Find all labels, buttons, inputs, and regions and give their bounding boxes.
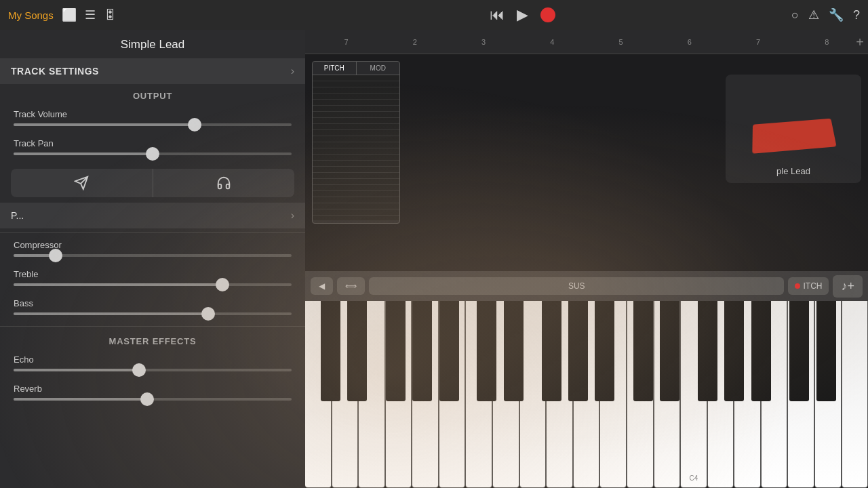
pitch-text: ITCH [803, 281, 822, 291]
track-settings-header[interactable]: TRACK SETTINGS › [0, 58, 305, 84]
send-button[interactable] [11, 169, 153, 197]
action-buttons-row [11, 169, 294, 197]
reverb-slider[interactable] [14, 398, 292, 401]
compressor-row: Compressor [0, 236, 305, 265]
wrench-icon[interactable]: 🔧 [829, 7, 844, 22]
play-button[interactable]: ▶ [517, 6, 528, 24]
piano-keyboard[interactable]: C4 [305, 271, 868, 488]
circle-icon[interactable]: ○ [791, 8, 799, 22]
ruler-mark-7b: 7 [724, 38, 793, 46]
my-songs-button[interactable]: My Songs [8, 9, 54, 21]
top-bar-left: My Songs ⬜ ☰ 🎛 [8, 7, 320, 22]
piano-controls-bar: ◀ ⟺ SUS ITCH ♪+ [305, 271, 868, 301]
timeline-ruler: 7 2 3 4 5 6 7 8 + [305, 30, 868, 54]
track-settings-chevron: › [291, 65, 294, 77]
treble-slider[interactable] [14, 283, 292, 286]
warning-icon[interactable]: ⚠ [808, 7, 819, 22]
track-pan-row: Track Pan [0, 134, 305, 163]
ruler-mark-7: 7 [312, 38, 380, 46]
echo-label: Echo [14, 354, 292, 365]
ruler-mark-4: 4 [518, 38, 587, 46]
sustain-button[interactable]: SUS [369, 277, 784, 295]
ruler-mark-8: 8 [793, 38, 861, 46]
editor-area: PITCH MOD ple Lead [305, 54, 868, 258]
track-volume-slider[interactable] [14, 123, 292, 126]
instrument-name: ple Lead [776, 166, 810, 176]
master-effects-label: MASTER EFFECTS [0, 329, 305, 350]
compressor-slider[interactable] [14, 254, 292, 257]
rewind-button[interactable]: ⏮ [490, 6, 505, 24]
ruler-mark-6: 6 [655, 38, 724, 46]
headphones-button[interactable] [153, 169, 295, 197]
instrument-image [753, 120, 834, 161]
pitch-mod-panel: PITCH MOD [312, 61, 400, 224]
bass-slider[interactable] [14, 312, 292, 315]
reverb-row: Reverb [0, 380, 305, 409]
box-icon[interactable]: ⬜ [62, 7, 77, 22]
echo-slider[interactable] [14, 369, 292, 371]
right-panel: 7 2 3 4 5 6 7 8 + PITCH MOD [305, 30, 868, 488]
plugins-row[interactable]: P... › [0, 203, 305, 228]
instrument-card[interactable]: ple Lead [726, 75, 861, 183]
plugins-chevron: › [291, 209, 294, 222]
c4-label: C4 [689, 474, 698, 482]
track-volume-row: Track Volume [0, 105, 305, 134]
left-panel: Simple Lead TRACK SETTINGS › OUTPUT Trac… [0, 30, 305, 488]
pitch-mod-body [313, 75, 399, 220]
pitch-mod-header: PITCH MOD [313, 62, 399, 75]
white-key-21[interactable] [842, 271, 868, 488]
track-volume-label: Track Volume [14, 109, 292, 119]
mod-tab[interactable]: MOD [357, 62, 400, 75]
note-add-button[interactable]: ♪+ [833, 275, 863, 298]
add-track-button[interactable]: + [856, 34, 864, 49]
panel-title: Simple Lead [0, 30, 305, 58]
transport-controls: ⏮ ▶ [320, 6, 724, 24]
track-settings-label: TRACK SETTINGS [11, 66, 99, 77]
ruler-mark-5: 5 [587, 38, 655, 46]
reverb-label: Reverb [14, 384, 292, 394]
output-label: OUTPUT [0, 84, 305, 105]
echo-row: Echo [0, 350, 305, 380]
back-button[interactable]: ◀ [311, 277, 333, 295]
record-button[interactable] [540, 7, 555, 22]
bass-row: Bass [0, 294, 305, 323]
track-pan-slider[interactable] [14, 152, 292, 155]
top-bar: My Songs ⬜ ☰ 🎛 ⏮ ▶ ○ ⚠ 🔧 ? [0, 0, 868, 30]
treble-row: Treble [0, 265, 305, 294]
mixer-icon[interactable]: 🎛 [104, 8, 116, 22]
pitch-indicator[interactable]: ITCH [788, 277, 829, 295]
pitch-tab[interactable]: PITCH [313, 62, 356, 75]
pitch-led [795, 283, 800, 289]
plugins-label: P... [11, 210, 24, 221]
list-icon[interactable]: ☰ [85, 7, 96, 22]
pitch-strip[interactable] [313, 75, 399, 220]
help-icon[interactable]: ? [853, 8, 860, 22]
ruler-mark-2: 2 [380, 38, 449, 46]
top-bar-right: ○ ⚠ 🔧 ? [724, 7, 860, 22]
ruler-mark-3: 3 [450, 38, 518, 46]
bass-label: Bass [14, 298, 292, 308]
ruler-marks: 7 2 3 4 5 6 7 8 [312, 38, 861, 46]
treble-label: Treble [14, 269, 292, 279]
scroll-button[interactable]: ⟺ [337, 277, 365, 295]
keyboard-illustration [752, 119, 836, 154]
